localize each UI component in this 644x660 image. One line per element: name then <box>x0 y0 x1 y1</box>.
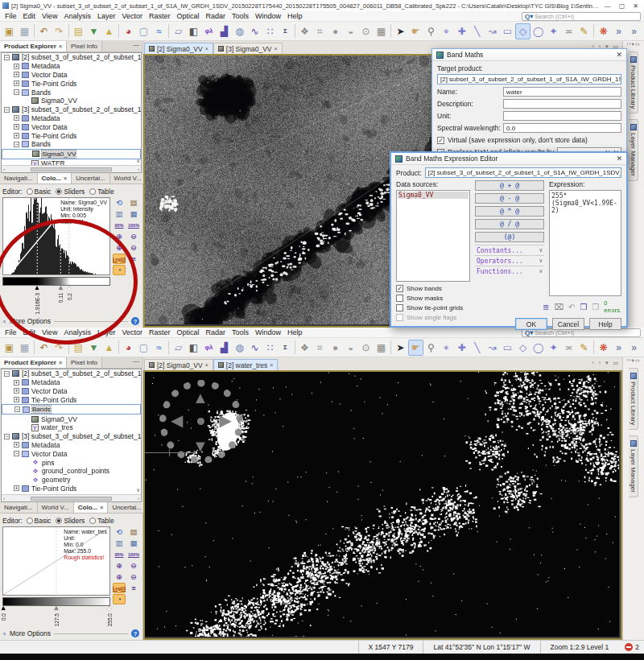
help-icon[interactable]: ? <box>131 629 139 637</box>
distribute-sliders-icon[interactable]: ≡ <box>127 254 140 264</box>
dropdown-constants[interactable]: Constants...∨ <box>475 245 544 255</box>
wave-icon[interactable]: ≈ <box>151 23 167 39</box>
save-session-icon[interactable]: ▦ <box>17 340 32 356</box>
menu-raster[interactable]: Raster <box>146 328 174 336</box>
polygon-tool-icon[interactable]: ◇ <box>515 340 530 356</box>
more-options-row[interactable]: » More Options ? <box>0 627 142 640</box>
shrink-vertical-icon[interactable]: ⊖ <box>127 231 140 241</box>
range-95-icon[interactable]: 95% <box>113 549 126 559</box>
gcp-tool-icon[interactable]: ✚ <box>454 23 469 39</box>
checkbox-icon[interactable] <box>396 304 403 311</box>
scroll-left-icon[interactable]: ‹ <box>3 167 5 171</box>
tree-expander[interactable]: + <box>14 133 19 138</box>
menu-edit[interactable]: Edit <box>20 328 39 336</box>
export-palette-icon[interactable]: ▤ <box>127 526 140 537</box>
panel-tab-uncertai[interactable]: Uncertai... <box>108 502 146 513</box>
sync-views-icon[interactable]: ⊙ <box>358 340 374 356</box>
tree-expander[interactable]: + <box>14 124 19 130</box>
gcp-tool-icon[interactable]: ✚ <box>454 340 469 356</box>
polyline-view-icon[interactable]: ▱ <box>171 340 186 356</box>
search-input[interactable]: Q▾ Search (Ctrl+I) <box>522 12 641 21</box>
close-icon[interactable]: ✕ <box>616 155 622 163</box>
tree-item-vector-data[interactable]: +Vector Data <box>2 71 141 80</box>
reset-icon[interactable]: ⟲ <box>113 526 126 537</box>
horizontal-scrollbar[interactable]: ‹ › <box>2 494 141 501</box>
tree-item-metadata[interactable]: +Metadata <box>2 114 141 123</box>
pan-center-icon[interactable] <box>197 418 204 425</box>
tree-item-pins[interactable]: ❖pins <box>2 458 141 467</box>
zoom-tool-icon[interactable]: ⚲ <box>423 340 439 356</box>
checkbox-show-masks[interactable]: Show masks <box>396 295 470 302</box>
save-palette-icon[interactable]: ▦ <box>127 538 140 548</box>
delete-expression-icon[interactable]: ⌧ <box>554 303 564 311</box>
rectangle-tool-icon[interactable]: ▭ <box>500 340 515 356</box>
magic-wand-icon[interactable]: ✦ <box>546 340 561 356</box>
polygon-tool-icon[interactable]: ◇ <box>515 23 530 39</box>
pan-up-icon[interactable]: ▲ <box>192 390 208 406</box>
tree-item-bands[interactable]: −Bands <box>2 88 141 97</box>
menu-vector[interactable]: Vector <box>118 328 146 336</box>
geo-coding-icon[interactable]: φλ <box>201 23 217 39</box>
gradient-star-icon[interactable]: ❋ <box>596 23 611 39</box>
description-field[interactable] <box>503 99 621 109</box>
help-icon[interactable]: ? <box>131 317 139 325</box>
histogram-plot[interactable]: Name: water_tresUnit:Min: 0.0Max: 255.0R… <box>2 526 110 596</box>
menu-raster[interactable]: Raster <box>146 12 174 20</box>
tree-item-sigma0-vv[interactable]: Sigma0_VV <box>2 415 141 423</box>
checkbox-icon[interactable] <box>396 295 403 302</box>
cancel-button[interactable]: Cancel <box>552 318 584 330</box>
undo-expression-icon[interactable]: ↶ <box>568 303 575 311</box>
close-icon[interactable]: × <box>205 46 208 52</box>
operator-button[interactable]: (@) <box>475 232 544 242</box>
close-icon[interactable]: × <box>100 505 103 510</box>
panel-tab-navigati[interactable]: Navigati... <box>0 502 38 513</box>
menu-analysis[interactable]: Analysis <box>60 328 94 336</box>
profile-plot-icon[interactable]: ∿ <box>247 340 262 356</box>
grid-icon[interactable]: ⌗ <box>312 23 328 39</box>
open-palette-icon[interactable]: ▥ <box>113 538 126 548</box>
virtual-checkbox[interactable]: ✓ <box>437 137 444 144</box>
statistics-icon[interactable]: Σ <box>278 23 293 39</box>
reset-icon[interactable]: ⟲ <box>113 197 126 208</box>
tree-expander[interactable]: + <box>14 485 19 491</box>
log-scale-icon[interactable]: Log10 <box>113 254 126 264</box>
scatter-plot-icon[interactable]: ∷ <box>262 340 278 356</box>
error-badge-icon[interactable] <box>625 643 633 651</box>
zoom-in-icon[interactable]: ⊕ <box>113 242 126 253</box>
tree-expander[interactable]: − <box>4 371 10 377</box>
data-source-item[interactable]: Sigma0_VV <box>398 192 469 199</box>
tree-expander[interactable]: + <box>14 80 19 86</box>
operator-button[interactable]: @ + @ <box>475 180 544 191</box>
editor-radio-basic[interactable]: Basic <box>27 188 52 196</box>
slider-handle[interactable]: ▲ <box>53 604 60 612</box>
scroll-left-icon[interactable]: ‹ <box>3 496 5 501</box>
menu-window[interactable]: Window <box>252 12 284 20</box>
polyline-view-icon[interactable]: ▱ <box>171 23 186 39</box>
tree-expander[interactable]: − <box>14 406 20 412</box>
close-icon[interactable]: × <box>59 360 62 365</box>
slider-handle[interactable]: ▲ <box>66 284 72 291</box>
zoom-tool-icon[interactable]: ⚲ <box>423 23 439 39</box>
save-session-icon[interactable]: ▦ <box>17 23 32 39</box>
tree-expander[interactable]: + <box>14 442 19 448</box>
panel-tab-uncertai[interactable]: Uncertai... <box>72 173 109 184</box>
water-mask-image-view[interactable]: ▲ ▼ ◀ ▶ <box>143 370 622 640</box>
editor-radio-sliders[interactable]: Sliders <box>56 188 85 196</box>
menu-optical[interactable]: Optical <box>173 328 202 336</box>
tree-expander[interactable]: − <box>14 142 19 147</box>
tree-expander[interactable]: − <box>14 451 19 456</box>
close-icon[interactable]: × <box>64 175 67 181</box>
slider-handle[interactable]: ▲ <box>34 284 40 291</box>
zoom-out-icon[interactable]: ⊖ <box>127 571 140 582</box>
scrollbar-thumb[interactable] <box>31 497 112 501</box>
dock-tab-product-library[interactable]: Product Library <box>629 52 638 113</box>
tree-item-tie-point-grids[interactable]: +Tie-Point Grids <box>2 79 141 88</box>
scrollbar-thumb[interactable] <box>31 167 112 171</box>
tree-item-vector-data[interactable]: +Vector Data <box>2 122 141 131</box>
slider-handle[interactable]: ▲ <box>0 604 6 612</box>
properties-icon[interactable]: ▢ <box>136 340 151 356</box>
more-options-row[interactable]: » More Options ? <box>0 315 142 328</box>
zoom-out-icon[interactable]: ⊖ <box>127 242 140 253</box>
gcp-manager-icon[interactable]: ● <box>328 23 343 39</box>
menu-file[interactable]: File <box>2 328 20 336</box>
